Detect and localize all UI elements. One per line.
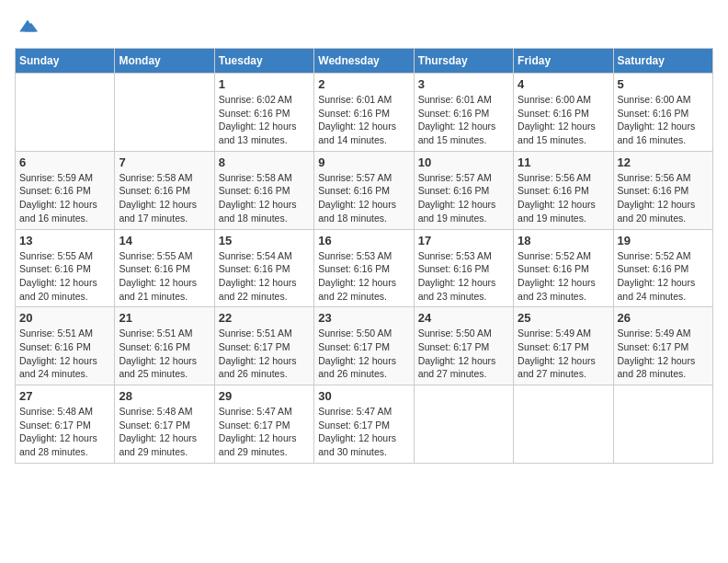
day-of-week-header: Wednesday [314,49,414,74]
day-info: Sunrise: 5:51 AM Sunset: 6:16 PM Dayligh… [19,327,110,381]
day-of-week-header: Saturday [613,49,712,74]
day-info: Sunrise: 5:56 AM Sunset: 6:16 PM Dayligh… [618,171,709,225]
day-info: Sunrise: 5:53 AM Sunset: 6:16 PM Dayligh… [418,249,509,304]
day-number: 30 [318,389,409,403]
day-number: 4 [518,77,609,91]
day-info: Sunrise: 5:48 AM Sunset: 6:17 PM Dayligh… [19,405,110,459]
calendar-week-row: 1Sunrise: 6:02 AM Sunset: 6:16 PM Daylig… [16,74,713,152]
day-of-week-header: Thursday [414,49,513,74]
day-number: 9 [318,155,409,169]
calendar-day-cell: 1Sunrise: 6:02 AM Sunset: 6:16 PM Daylig… [214,74,313,152]
logo-text [15,15,39,37]
calendar-day-cell: 2Sunrise: 6:01 AM Sunset: 6:16 PM Daylig… [314,74,414,152]
day-number: 28 [119,389,210,403]
day-info: Sunrise: 5:51 AM Sunset: 6:16 PM Dayligh… [119,327,210,381]
calendar-day-cell [514,385,613,464]
day-number: 21 [119,311,210,325]
day-info: Sunrise: 6:00 AM Sunset: 6:16 PM Dayligh… [618,93,709,147]
calendar-day-cell: 29Sunrise: 5:47 AM Sunset: 6:17 PM Dayli… [214,385,313,464]
day-of-week-header: Monday [115,49,214,74]
calendar-day-cell: 21Sunrise: 5:51 AM Sunset: 6:16 PM Dayli… [115,307,214,385]
calendar-day-cell: 18Sunrise: 5:52 AM Sunset: 6:16 PM Dayli… [514,229,613,307]
day-number: 22 [219,311,310,325]
page-header [15,15,713,37]
day-info: Sunrise: 5:56 AM Sunset: 6:16 PM Dayligh… [518,171,609,225]
day-info: Sunrise: 5:47 AM Sunset: 6:17 PM Dayligh… [219,405,310,459]
day-number: 3 [418,77,509,91]
calendar-day-cell: 12Sunrise: 5:56 AM Sunset: 6:16 PM Dayli… [613,151,712,229]
calendar-day-cell: 4Sunrise: 6:00 AM Sunset: 6:16 PM Daylig… [514,74,613,152]
day-number: 7 [119,155,210,169]
day-number: 18 [518,234,609,247]
day-number: 27 [19,389,110,403]
day-number: 6 [19,155,110,169]
calendar-week-row: 20Sunrise: 5:51 AM Sunset: 6:16 PM Dayli… [16,307,713,385]
day-info: Sunrise: 5:57 AM Sunset: 6:16 PM Dayligh… [418,171,509,225]
day-number: 23 [318,311,409,325]
day-number: 29 [219,389,310,403]
day-info: Sunrise: 5:50 AM Sunset: 6:17 PM Dayligh… [318,327,409,381]
day-number: 5 [618,77,709,91]
day-info: Sunrise: 5:55 AM Sunset: 6:16 PM Dayligh… [19,249,110,304]
day-number: 11 [518,155,609,169]
day-info: Sunrise: 5:54 AM Sunset: 6:16 PM Dayligh… [219,249,310,304]
calendar-day-cell: 7Sunrise: 5:58 AM Sunset: 6:16 PM Daylig… [115,151,214,229]
calendar-day-cell: 16Sunrise: 5:53 AM Sunset: 6:16 PM Dayli… [314,229,414,307]
day-number: 12 [618,155,709,169]
day-of-week-header: Friday [514,49,613,74]
day-info: Sunrise: 5:47 AM Sunset: 6:17 PM Dayligh… [318,405,409,459]
calendar-day-cell: 11Sunrise: 5:56 AM Sunset: 6:16 PM Dayli… [514,151,613,229]
calendar-day-cell: 19Sunrise: 5:52 AM Sunset: 6:16 PM Dayli… [613,229,712,307]
calendar-day-cell: 10Sunrise: 5:57 AM Sunset: 6:16 PM Dayli… [414,151,513,229]
calendar-header-row: SundayMondayTuesdayWednesdayThursdayFrid… [16,49,713,74]
calendar-day-cell: 14Sunrise: 5:55 AM Sunset: 6:16 PM Dayli… [115,229,214,307]
day-number: 8 [219,155,310,169]
day-info: Sunrise: 5:52 AM Sunset: 6:16 PM Dayligh… [518,249,609,304]
calendar-day-cell: 24Sunrise: 5:50 AM Sunset: 6:17 PM Dayli… [414,307,513,385]
day-info: Sunrise: 6:01 AM Sunset: 6:16 PM Dayligh… [418,93,509,147]
day-info: Sunrise: 5:57 AM Sunset: 6:16 PM Dayligh… [318,171,409,225]
day-info: Sunrise: 5:48 AM Sunset: 6:17 PM Dayligh… [119,405,210,459]
calendar-day-cell: 17Sunrise: 5:53 AM Sunset: 6:16 PM Dayli… [414,229,513,307]
day-number: 20 [19,311,110,325]
calendar-day-cell: 3Sunrise: 6:01 AM Sunset: 6:16 PM Daylig… [414,74,513,152]
day-number: 10 [418,155,509,169]
day-info: Sunrise: 5:58 AM Sunset: 6:16 PM Dayligh… [219,171,310,225]
day-info: Sunrise: 6:00 AM Sunset: 6:16 PM Dayligh… [518,93,609,147]
day-number: 15 [219,234,310,247]
day-number: 1 [219,77,310,91]
day-number: 16 [318,234,409,247]
day-number: 2 [318,77,409,91]
day-info: Sunrise: 6:01 AM Sunset: 6:16 PM Dayligh… [318,93,409,147]
day-number: 17 [418,234,509,247]
calendar-day-cell: 27Sunrise: 5:48 AM Sunset: 6:17 PM Dayli… [16,385,115,464]
day-info: Sunrise: 5:58 AM Sunset: 6:16 PM Dayligh… [119,171,210,225]
day-info: Sunrise: 5:53 AM Sunset: 6:16 PM Dayligh… [318,249,409,304]
day-info: Sunrise: 6:02 AM Sunset: 6:16 PM Dayligh… [219,93,310,147]
day-number: 13 [19,234,110,247]
day-info: Sunrise: 5:55 AM Sunset: 6:16 PM Dayligh… [119,249,210,304]
day-info: Sunrise: 5:49 AM Sunset: 6:17 PM Dayligh… [618,327,709,381]
calendar-day-cell: 13Sunrise: 5:55 AM Sunset: 6:16 PM Dayli… [16,229,115,307]
calendar-day-cell [613,385,712,464]
logo [15,15,39,37]
day-info: Sunrise: 5:59 AM Sunset: 6:16 PM Dayligh… [19,171,110,225]
day-number: 25 [518,311,609,325]
day-info: Sunrise: 5:50 AM Sunset: 6:17 PM Dayligh… [418,327,509,381]
calendar-table: SundayMondayTuesdayWednesdayThursdayFrid… [15,48,713,464]
calendar-day-cell: 30Sunrise: 5:47 AM Sunset: 6:17 PM Dayli… [314,385,414,464]
calendar-day-cell: 15Sunrise: 5:54 AM Sunset: 6:16 PM Dayli… [214,229,313,307]
day-number: 24 [418,311,509,325]
day-info: Sunrise: 5:51 AM Sunset: 6:17 PM Dayligh… [219,327,310,381]
calendar-day-cell: 23Sunrise: 5:50 AM Sunset: 6:17 PM Dayli… [314,307,414,385]
calendar-day-cell: 22Sunrise: 5:51 AM Sunset: 6:17 PM Dayli… [214,307,313,385]
calendar-week-row: 6Sunrise: 5:59 AM Sunset: 6:16 PM Daylig… [16,151,713,229]
day-of-week-header: Sunday [16,49,115,74]
day-number: 19 [618,234,709,247]
day-info: Sunrise: 5:49 AM Sunset: 6:17 PM Dayligh… [518,327,609,381]
logo-icon [17,15,39,37]
day-of-week-header: Tuesday [214,49,313,74]
calendar-day-cell [414,385,513,464]
calendar-day-cell: 9Sunrise: 5:57 AM Sunset: 6:16 PM Daylig… [314,151,414,229]
calendar-day-cell: 28Sunrise: 5:48 AM Sunset: 6:17 PM Dayli… [115,385,214,464]
